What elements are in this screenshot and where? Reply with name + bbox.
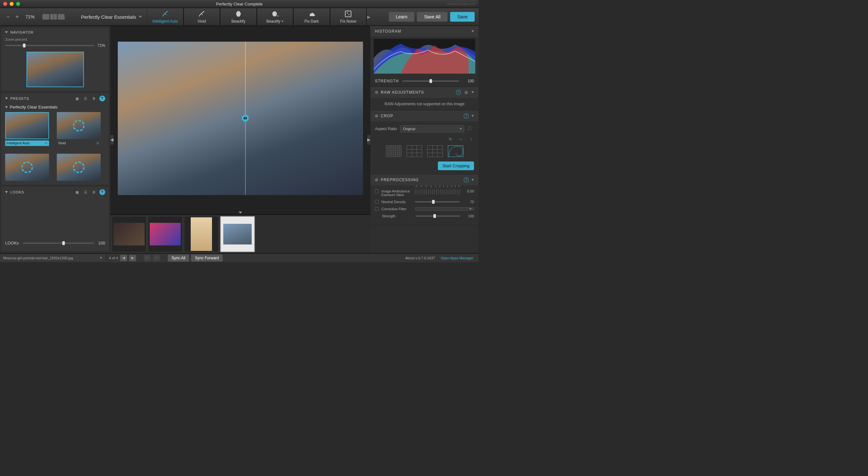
zoom-percent[interactable]: 71% — [26, 14, 34, 19]
cf-dropdown[interactable] — [415, 207, 474, 211]
main-toolbar: − + 71% Perfectly Clear Essentials Intel… — [0, 8, 478, 26]
preset-group-label: Perfectly Clear Essentials — [10, 105, 57, 110]
nd-value: 70 — [462, 200, 474, 204]
filename-dropdown[interactable]: Moscow-girl-portrait-red-hair_1920x1200.… — [0, 255, 106, 261]
preset-item[interactable] — [57, 154, 101, 182]
nd-slider[interactable] — [415, 201, 460, 203]
pp-strength-slider[interactable] — [415, 215, 460, 217]
aspect-ratio-dropdown[interactable]: Original — [400, 125, 464, 132]
histogram-toggle[interactable] — [471, 30, 474, 32]
preprocessing-toggle[interactable] — [471, 179, 474, 181]
window-maximize[interactable] — [16, 2, 20, 6]
tab-fix-noise[interactable]: Fix Noise — [330, 8, 367, 26]
face-plus-icon: + — [271, 10, 279, 18]
preset-vivid[interactable]: Vivid ☆ — [57, 112, 101, 146]
face-icon — [235, 10, 242, 18]
flip-v-icon[interactable]: ↕ — [468, 136, 474, 142]
zoom-out-button[interactable]: − — [5, 13, 11, 20]
preprocessing-title: PREPROCESSING — [381, 178, 461, 182]
sync-all-button[interactable]: Sync All — [168, 255, 189, 262]
rotate-icon[interactable]: ↻ — [447, 136, 453, 142]
filename-label: Moscow-girl-portrait-red-hair_1920x1200.… — [3, 256, 73, 260]
tab-beautify-plus[interactable]: + Beautify + — [257, 8, 293, 26]
gear-icon[interactable]: ⚙ — [91, 189, 97, 195]
split-handle[interactable] — [242, 115, 249, 122]
filmstrip-collapse[interactable] — [111, 211, 370, 214]
raw-toggle[interactable] — [471, 91, 474, 93]
grid-view-icon[interactable]: ▦ — [74, 189, 80, 195]
gear-icon[interactable]: ⚙ — [91, 96, 97, 101]
redo-button[interactable]: ↷ — [153, 255, 160, 261]
help-icon[interactable]: ? — [464, 177, 469, 182]
open-apps-manager-link[interactable]: Open Apps Manager — [441, 256, 473, 260]
presets-section: PRESETS ▦ ☰ ⚙ ? Perfectly Clear Essentia… — [1, 93, 109, 185]
window-close[interactable] — [3, 2, 7, 6]
crop-icon[interactable]: ⬚ — [468, 126, 474, 132]
sync-forward-button[interactable]: Sync Forward — [191, 255, 223, 262]
pp-strength-value: 100 — [462, 214, 474, 218]
undo-button[interactable]: ↶ — [144, 255, 151, 261]
preset-intelligent-auto[interactable]: Intelligent Auto ☆ — [5, 112, 49, 146]
tab-beautify[interactable]: Beautify — [220, 8, 257, 26]
start-cropping-button[interactable]: Start Cropping — [438, 161, 474, 170]
preset-group[interactable]: Perfectly Clear Essentials — [5, 105, 105, 110]
gear-icon[interactable]: ⚙ — [464, 90, 469, 95]
star-icon[interactable]: ☆ — [44, 141, 48, 145]
filmstrip-item[interactable] — [184, 216, 219, 252]
crop-grid-thirds[interactable] — [407, 145, 422, 157]
view-mode-single[interactable] — [42, 14, 50, 20]
list-view-icon[interactable]: ☰ — [83, 96, 88, 101]
view-mode-split-v[interactable] — [50, 14, 57, 20]
image-viewer[interactable] — [111, 26, 370, 211]
zoom-in-button[interactable]: + — [14, 13, 20, 20]
navigator-thumbnail[interactable] — [27, 52, 84, 87]
strength-slider[interactable] — [402, 81, 459, 82]
flip-h-icon[interactable]: ↔ — [458, 136, 464, 142]
crop-toggle[interactable] — [471, 115, 474, 117]
nd-checkbox[interactable] — [375, 200, 379, 204]
window-minimize[interactable] — [10, 2, 13, 6]
crop-grid-spiral[interactable] — [448, 145, 463, 157]
filmstrip-item[interactable] — [112, 216, 147, 252]
help-icon[interactable]: ? — [464, 113, 469, 119]
next-image-button[interactable]: ▶ — [129, 255, 136, 261]
svg-text:+: + — [277, 14, 279, 18]
crop-grid-dense[interactable] — [386, 145, 401, 157]
learn-button[interactable]: Learn — [389, 12, 415, 22]
loading-spinner-icon — [73, 161, 85, 173]
list-view-icon[interactable]: ☰ — [83, 189, 88, 195]
presets-toggle[interactable] — [5, 97, 8, 99]
looks-slider-value: 100 — [98, 241, 105, 245]
looks-slider-label: LOOKs — [5, 241, 19, 245]
star-icon[interactable]: ☆ — [96, 141, 99, 145]
tab-intelligent-auto[interactable]: Intelligent Auto — [147, 8, 184, 26]
help-icon[interactable]: ? — [456, 90, 461, 95]
preset-item[interactable] — [5, 154, 49, 182]
looks-slider[interactable] — [23, 242, 95, 244]
cf-checkbox[interactable] — [375, 207, 379, 211]
prev-image-button[interactable]: ◀ — [120, 255, 127, 261]
save-button[interactable]: Save — [450, 12, 475, 22]
zoom-value: 71% — [97, 43, 105, 48]
about-label[interactable]: About v:3.7.0.1637 — [405, 256, 435, 260]
preset-group-toggle[interactable] — [5, 106, 8, 108]
filmstrip-item-active[interactable] — [220, 216, 255, 252]
preset-dropdown[interactable]: Perfectly Clear Essentials — [81, 14, 142, 20]
save-all-button[interactable]: Save All — [417, 12, 447, 22]
crop-grid-thirds-2[interactable] — [427, 145, 443, 157]
zoom-slider[interactable] — [5, 45, 94, 46]
brush-hd-icon — [161, 10, 169, 18]
looks-toggle[interactable] — [5, 191, 8, 193]
grid-view-icon[interactable]: ▦ — [74, 96, 80, 101]
tab-fix-dark[interactable]: Fix Dark — [293, 8, 330, 26]
ambulance-sublabel: Exposure Value — [381, 193, 412, 197]
tab-vivid[interactable]: Vivid — [184, 8, 220, 26]
filmstrip-item[interactable] — [148, 216, 183, 252]
tab-scroll-right[interactable]: ▶ — [367, 14, 371, 19]
navigator-toggle[interactable] — [5, 31, 8, 33]
help-icon[interactable]: ? — [99, 189, 105, 195]
ambulance-slider[interactable]: -5-4-3-2-1012345 — [415, 189, 460, 195]
view-mode-split-h[interactable] — [58, 14, 65, 20]
ambulance-checkbox[interactable] — [375, 189, 379, 193]
help-icon[interactable]: ? — [99, 96, 105, 101]
